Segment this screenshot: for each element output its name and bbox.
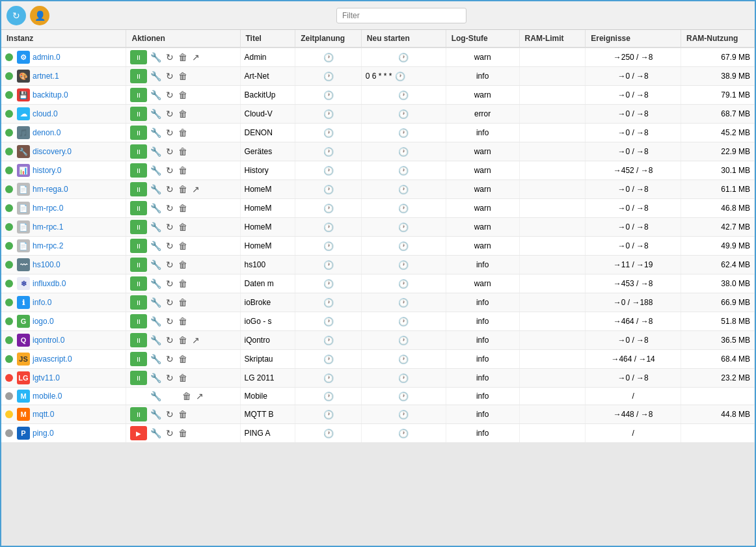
log-level-cell[interactable]: info (446, 350, 519, 369)
instance-name[interactable]: javascript.0 (33, 354, 72, 364)
delete-button[interactable]: 🗑 (177, 372, 189, 384)
pause-button[interactable]: ⏸ (130, 352, 147, 366)
restart-button[interactable]: ↻ (165, 202, 175, 214)
delete-button[interactable]: 🗑 (177, 240, 189, 252)
delete-button[interactable]: 🗑 (177, 259, 189, 271)
log-level-value[interactable]: info (476, 429, 489, 438)
instance-name[interactable]: cloud.0 (33, 109, 58, 118)
instance-name[interactable]: iqontrol.0 (33, 336, 64, 345)
log-level-cell[interactable]: info (446, 331, 519, 350)
restart-button[interactable]: ↻ (165, 165, 175, 176)
delete-button[interactable]: 🗑 (177, 353, 189, 365)
log-level-cell[interactable]: warn (446, 142, 519, 161)
log-level-cell[interactable]: info (446, 312, 519, 331)
log-level-cell[interactable]: info (446, 124, 519, 142)
delete-button[interactable]: 🗑 (177, 51, 189, 63)
settings-button[interactable]: 🔧 (149, 51, 163, 63)
instance-name[interactable]: mqtt.0 (33, 410, 54, 419)
play-button[interactable]: ▶ (130, 426, 147, 440)
delete-button[interactable]: 🗑 (177, 427, 189, 439)
settings-button[interactable]: 🔧 (149, 259, 163, 271)
log-level-value[interactable]: warn (474, 147, 491, 156)
log-level-value[interactable]: warn (474, 222, 491, 232)
log-level-cell[interactable]: error (446, 105, 519, 124)
pause-button[interactable]: ⏸ (130, 126, 147, 140)
pause-button[interactable]: ⏸ (130, 295, 147, 310)
log-level-cell[interactable]: warn (446, 199, 519, 218)
restart-button[interactable]: ↻ (165, 315, 175, 327)
instance-name[interactable]: info.0 (33, 298, 51, 307)
log-level-value[interactable]: warn (474, 166, 491, 175)
log-level-cell[interactable]: info (446, 388, 519, 405)
pause-button[interactable]: ⏸ (130, 163, 147, 178)
log-level-value[interactable]: info (476, 72, 489, 81)
delete-button[interactable]: 🗑 (177, 334, 189, 346)
settings-button[interactable]: 🔧 (149, 278, 163, 289)
instance-name[interactable]: ping.0 (33, 429, 54, 438)
log-level-cell[interactable]: info (446, 293, 519, 312)
restart-button[interactable]: ↻ (165, 221, 175, 233)
filter-input[interactable] (336, 8, 466, 23)
instance-name[interactable]: mobile.0 (33, 392, 62, 401)
pause-button[interactable]: ⏸ (130, 371, 147, 385)
log-level-value[interactable]: info (476, 128, 489, 137)
instance-name[interactable]: denon.0 (33, 128, 61, 137)
log-level-value[interactable]: info (476, 336, 489, 345)
pause-button[interactable]: ⏸ (130, 407, 147, 421)
settings-button[interactable]: 🔧 (149, 390, 163, 402)
pause-button[interactable]: ⏸ (130, 220, 147, 234)
settings-button[interactable]: 🔧 (149, 146, 163, 157)
restart-button[interactable]: ↻ (165, 353, 175, 365)
log-level-cell[interactable]: info (446, 67, 519, 86)
settings-button[interactable]: 🔧 (149, 297, 163, 308)
pause-button[interactable]: ⏸ (130, 69, 147, 83)
settings-button[interactable]: 🔧 (149, 334, 163, 346)
restart-button[interactable]: ↻ (165, 146, 175, 157)
log-level-cell[interactable]: warn (446, 237, 519, 256)
restart-button[interactable]: ↻ (165, 297, 175, 308)
delete-button[interactable]: 🗑 (177, 221, 189, 233)
delete-button[interactable]: 🗑 (177, 315, 189, 327)
pause-button[interactable]: ⏸ (130, 333, 147, 347)
instance-name[interactable]: influxdb.0 (33, 279, 66, 288)
pause-button[interactable]: ⏸ (130, 50, 147, 64)
log-level-cell[interactable]: info (446, 256, 519, 274)
log-level-value[interactable]: info (476, 260, 489, 269)
restart-button[interactable]: ↻ (165, 127, 175, 139)
instance-name[interactable]: hm-rega.0 (33, 185, 68, 194)
restart-button[interactable]: ↻ (165, 334, 175, 346)
settings-button[interactable]: 🔧 (149, 183, 163, 195)
instance-name[interactable]: history.0 (33, 166, 61, 175)
instance-name[interactable]: hm-rpc.1 (33, 222, 63, 232)
restart-button[interactable]: ↻ (165, 278, 175, 289)
restart-button[interactable]: ↻ (165, 240, 175, 252)
log-level-cell[interactable]: warn (446, 86, 519, 105)
settings-button[interactable]: 🔧 (149, 202, 163, 214)
instance-name[interactable]: hs100.0 (33, 260, 61, 269)
instance-name[interactable]: admin.0 (33, 53, 61, 62)
restart-button[interactable]: ↻ (165, 108, 175, 120)
delete-button[interactable]: 🗑 (177, 278, 189, 289)
instance-name[interactable]: hm-rpc.2 (33, 241, 63, 250)
settings-button[interactable]: 🔧 (149, 221, 163, 233)
settings-button[interactable]: 🔧 (149, 240, 163, 252)
instance-name[interactable]: artnet.1 (33, 72, 59, 81)
restart-button[interactable]: ↻ (165, 259, 175, 271)
delete-button[interactable]: 🗑 (177, 297, 189, 308)
delete-button[interactable]: 🗑 (177, 202, 189, 214)
restart-button[interactable]: ↻ (165, 372, 175, 384)
log-level-value[interactable]: info (476, 317, 489, 326)
instance-name[interactable]: lgtv11.0 (33, 373, 60, 382)
delete-button[interactable]: 🗑 (177, 70, 189, 82)
settings-button[interactable]: 🔧 (149, 70, 163, 82)
instance-name[interactable]: backitup.0 (33, 90, 68, 100)
log-level-value[interactable]: info (476, 410, 489, 419)
log-level-cell[interactable]: info (446, 424, 519, 443)
delete-button[interactable]: 🗑 (177, 408, 189, 420)
delete-button[interactable]: 🗑 (177, 108, 189, 120)
pause-button[interactable]: ⏸ (130, 276, 147, 291)
log-level-value[interactable]: warn (474, 279, 491, 288)
pause-button[interactable]: ⏸ (130, 107, 147, 121)
settings-button[interactable]: 🔧 (149, 127, 163, 139)
log-level-value[interactable]: info (476, 354, 489, 364)
